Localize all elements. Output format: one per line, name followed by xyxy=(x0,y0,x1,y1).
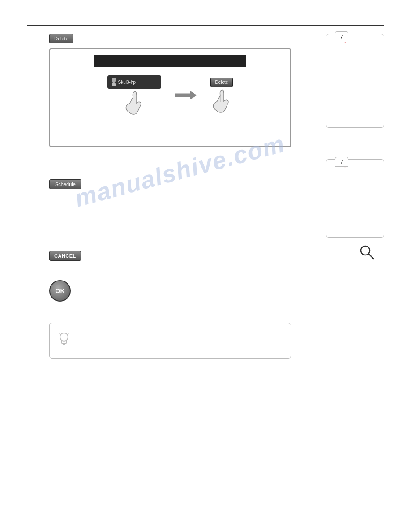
ok-label: OK xyxy=(56,287,65,294)
note-marker-1: ↓ xyxy=(344,39,347,43)
note-box-2 xyxy=(326,159,384,238)
hand-left-icon xyxy=(123,91,146,115)
schedule-button[interactable]: Schedule xyxy=(49,179,81,189)
note-box-1 xyxy=(326,34,384,128)
note-tab-2-label: 7 xyxy=(340,159,343,165)
arrow-icon xyxy=(175,91,197,100)
file-icon-person xyxy=(112,82,116,86)
illus-content: Skul3-hp Delete xyxy=(50,75,290,115)
file-icon-row-1 xyxy=(112,78,116,82)
left-hand-area: Skul3-hp xyxy=(107,75,161,115)
file-icons xyxy=(112,78,116,86)
tip-box xyxy=(49,323,291,359)
illustration-box: Skul3-hp Delete xyxy=(49,48,291,147)
note-tab-2: 7 xyxy=(335,157,348,167)
file-label: Skul3-hp xyxy=(118,80,136,85)
lightbulb-icon xyxy=(57,331,71,350)
file-item: Skul3-hp xyxy=(107,75,161,89)
note-marker-2-sub: ↓ xyxy=(344,164,347,169)
arrow-container xyxy=(175,91,197,100)
right-hand-area: Delete xyxy=(210,78,233,113)
hand-right-icon xyxy=(210,89,233,113)
svg-point-2 xyxy=(60,333,68,341)
file-icon-row-2 xyxy=(112,82,116,86)
delete-button-illustration: Delete xyxy=(210,78,233,87)
cancel-button[interactable]: CANCEL xyxy=(49,251,81,261)
svg-line-7 xyxy=(68,333,69,334)
file-icon-small xyxy=(112,78,116,82)
note-tab-1-label: 7 xyxy=(340,33,343,40)
search-icon xyxy=(359,244,375,262)
delete-button[interactable]: Delete xyxy=(49,34,73,43)
note-tab-1: 7 xyxy=(335,31,348,41)
ok-button[interactable]: OK xyxy=(49,280,71,302)
svg-line-1 xyxy=(368,254,373,259)
top-border xyxy=(27,25,384,26)
illus-header-bar xyxy=(94,55,246,67)
svg-line-6 xyxy=(59,333,60,334)
note-marker-1-sub: ↓ xyxy=(344,39,347,43)
note-marker-2: ↓ xyxy=(344,164,347,169)
